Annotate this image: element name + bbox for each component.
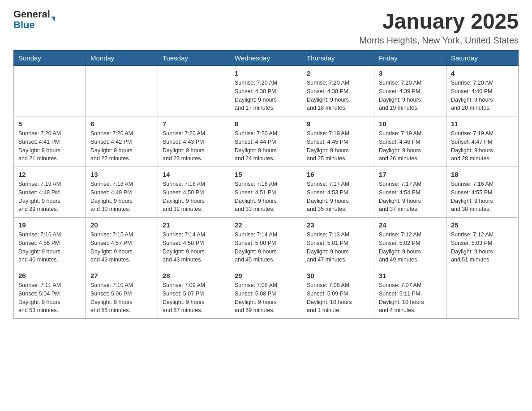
calendar-cell: 4Sunrise: 7:20 AMSunset: 4:40 PMDaylight… <box>446 66 519 116</box>
calendar-cell: 5Sunrise: 7:20 AMSunset: 4:41 PMDaylight… <box>14 116 86 167</box>
day-number: 2 <box>307 69 369 77</box>
calendar-week-1: 1Sunrise: 7:20 AMSunset: 4:38 PMDaylight… <box>14 66 519 116</box>
calendar-cell: 25Sunrise: 7:12 AMSunset: 5:03 PMDayligh… <box>446 218 519 268</box>
day-number: 8 <box>235 120 297 128</box>
calendar-table: SundayMondayTuesdayWednesdayThursdayFrid… <box>13 50 519 319</box>
title-area: January 2025 Morris Heights, New York, U… <box>359 9 519 46</box>
day-number: 10 <box>379 120 442 128</box>
calendar-cell: 17Sunrise: 7:17 AMSunset: 4:54 PMDayligh… <box>374 167 446 218</box>
day-info: Sunrise: 7:17 AMSunset: 4:54 PMDaylight:… <box>379 180 442 214</box>
day-number: 1 <box>235 69 297 77</box>
day-info: Sunrise: 7:08 AMSunset: 5:08 PMDaylight:… <box>235 281 297 315</box>
calendar-header-row: SundayMondayTuesdayWednesdayThursdayFrid… <box>14 51 519 66</box>
day-number: 28 <box>163 272 225 279</box>
day-info: Sunrise: 7:18 AMSunset: 4:50 PMDaylight:… <box>163 180 225 214</box>
day-number: 29 <box>235 272 297 279</box>
day-of-week-sunday: Sunday <box>14 51 86 66</box>
day-number: 18 <box>451 171 514 178</box>
calendar-cell <box>446 268 519 319</box>
day-info: Sunrise: 7:20 AMSunset: 4:38 PMDaylight:… <box>307 79 369 112</box>
calendar-cell: 16Sunrise: 7:17 AMSunset: 4:53 PMDayligh… <box>302 167 374 218</box>
day-info: Sunrise: 7:17 AMSunset: 4:53 PMDaylight:… <box>307 180 369 214</box>
calendar-cell: 10Sunrise: 7:19 AMSunset: 4:46 PMDayligh… <box>374 116 446 167</box>
page-header: General Blue January 2025 Morris Heights… <box>13 9 519 46</box>
calendar-cell: 26Sunrise: 7:11 AMSunset: 5:04 PMDayligh… <box>14 268 86 319</box>
logo-blue: Blue <box>13 20 50 30</box>
day-of-week-thursday: Thursday <box>302 51 374 66</box>
calendar-cell: 31Sunrise: 7:07 AMSunset: 5:11 PMDayligh… <box>374 268 446 319</box>
day-number: 7 <box>163 120 225 128</box>
day-info: Sunrise: 7:16 AMSunset: 4:55 PMDaylight:… <box>451 180 514 214</box>
day-info: Sunrise: 7:13 AMSunset: 5:01 PMDaylight:… <box>307 231 369 264</box>
day-number: 6 <box>90 120 153 128</box>
calendar-cell: 8Sunrise: 7:20 AMSunset: 4:44 PMDaylight… <box>230 116 302 167</box>
day-number: 25 <box>451 221 514 229</box>
day-number: 13 <box>90 171 153 178</box>
day-info: Sunrise: 7:14 AMSunset: 5:00 PMDaylight:… <box>235 231 297 264</box>
calendar-cell: 24Sunrise: 7:12 AMSunset: 5:02 PMDayligh… <box>374 218 446 268</box>
day-info: Sunrise: 7:20 AMSunset: 4:44 PMDaylight:… <box>235 129 297 163</box>
day-number: 20 <box>90 221 153 229</box>
day-number: 19 <box>18 221 81 229</box>
calendar-cell: 13Sunrise: 7:18 AMSunset: 4:49 PMDayligh… <box>86 167 158 218</box>
calendar-cell: 20Sunrise: 7:15 AMSunset: 4:57 PMDayligh… <box>86 218 158 268</box>
calendar-cell <box>158 66 230 116</box>
day-number: 24 <box>379 221 442 229</box>
calendar-cell: 30Sunrise: 7:08 AMSunset: 5:09 PMDayligh… <box>302 268 374 319</box>
calendar-cell: 9Sunrise: 7:19 AMSunset: 4:45 PMDaylight… <box>302 116 374 167</box>
day-info: Sunrise: 7:20 AMSunset: 4:43 PMDaylight:… <box>163 129 225 163</box>
day-info: Sunrise: 7:12 AMSunset: 5:03 PMDaylight:… <box>451 231 514 264</box>
day-info: Sunrise: 7:10 AMSunset: 5:06 PMDaylight:… <box>90 281 153 315</box>
calendar-cell: 7Sunrise: 7:20 AMSunset: 4:43 PMDaylight… <box>158 116 230 167</box>
calendar-cell: 3Sunrise: 7:20 AMSunset: 4:39 PMDaylight… <box>374 66 446 116</box>
day-number: 15 <box>235 171 297 178</box>
day-info: Sunrise: 7:12 AMSunset: 5:02 PMDaylight:… <box>379 231 442 264</box>
calendar-cell: 22Sunrise: 7:14 AMSunset: 5:00 PMDayligh… <box>230 218 302 268</box>
calendar-cell: 23Sunrise: 7:13 AMSunset: 5:01 PMDayligh… <box>302 218 374 268</box>
calendar-subtitle: Morris Heights, New York, United States <box>359 35 519 46</box>
day-number: 23 <box>307 221 369 229</box>
calendar-cell: 21Sunrise: 7:14 AMSunset: 4:58 PMDayligh… <box>158 218 230 268</box>
day-info: Sunrise: 7:20 AMSunset: 4:40 PMDaylight:… <box>451 79 514 112</box>
calendar-cell: 28Sunrise: 7:09 AMSunset: 5:07 PMDayligh… <box>158 268 230 319</box>
day-number: 5 <box>18 120 81 128</box>
calendar-week-5: 26Sunrise: 7:11 AMSunset: 5:04 PMDayligh… <box>14 268 519 319</box>
day-info: Sunrise: 7:08 AMSunset: 5:09 PMDaylight:… <box>307 281 369 315</box>
day-info: Sunrise: 7:15 AMSunset: 4:57 PMDaylight:… <box>90 231 153 264</box>
calendar-cell: 2Sunrise: 7:20 AMSunset: 4:38 PMDaylight… <box>302 66 374 116</box>
day-number: 16 <box>307 171 369 178</box>
day-info: Sunrise: 7:20 AMSunset: 4:41 PMDaylight:… <box>18 129 81 163</box>
day-info: Sunrise: 7:20 AMSunset: 4:38 PMDaylight:… <box>235 79 297 112</box>
calendar-cell: 15Sunrise: 7:18 AMSunset: 4:51 PMDayligh… <box>230 167 302 218</box>
day-info: Sunrise: 7:19 AMSunset: 4:48 PMDaylight:… <box>18 180 81 214</box>
day-of-week-tuesday: Tuesday <box>158 51 230 66</box>
day-number: 17 <box>379 171 442 178</box>
day-number: 21 <box>163 221 225 229</box>
day-number: 4 <box>451 69 514 77</box>
day-of-week-saturday: Saturday <box>446 51 519 66</box>
day-of-week-wednesday: Wednesday <box>230 51 302 66</box>
day-number: 3 <box>379 69 442 77</box>
day-number: 26 <box>18 272 81 279</box>
day-number: 9 <box>307 120 369 128</box>
calendar-cell: 12Sunrise: 7:19 AMSunset: 4:48 PMDayligh… <box>14 167 86 218</box>
day-info: Sunrise: 7:16 AMSunset: 4:56 PMDaylight:… <box>18 231 81 264</box>
day-number: 27 <box>90 272 153 279</box>
day-number: 12 <box>18 171 81 178</box>
calendar-cell <box>14 66 86 116</box>
calendar-cell <box>86 66 158 116</box>
calendar-cell: 18Sunrise: 7:16 AMSunset: 4:55 PMDayligh… <box>446 167 519 218</box>
calendar-week-3: 12Sunrise: 7:19 AMSunset: 4:48 PMDayligh… <box>14 167 519 218</box>
day-number: 31 <box>379 272 442 279</box>
day-info: Sunrise: 7:09 AMSunset: 5:07 PMDaylight:… <box>163 281 225 315</box>
day-info: Sunrise: 7:19 AMSunset: 4:46 PMDaylight:… <box>379 129 442 163</box>
day-info: Sunrise: 7:20 AMSunset: 4:39 PMDaylight:… <box>379 79 442 112</box>
day-number: 30 <box>307 272 369 279</box>
calendar-week-2: 5Sunrise: 7:20 AMSunset: 4:41 PMDaylight… <box>14 116 519 167</box>
calendar-cell: 19Sunrise: 7:16 AMSunset: 4:56 PMDayligh… <box>14 218 86 268</box>
day-info: Sunrise: 7:18 AMSunset: 4:49 PMDaylight:… <box>90 180 153 214</box>
day-info: Sunrise: 7:11 AMSunset: 5:04 PMDaylight:… <box>18 281 81 315</box>
day-info: Sunrise: 7:19 AMSunset: 4:45 PMDaylight:… <box>307 129 369 163</box>
day-number: 22 <box>235 221 297 229</box>
calendar-cell: 1Sunrise: 7:20 AMSunset: 4:38 PMDaylight… <box>230 66 302 116</box>
